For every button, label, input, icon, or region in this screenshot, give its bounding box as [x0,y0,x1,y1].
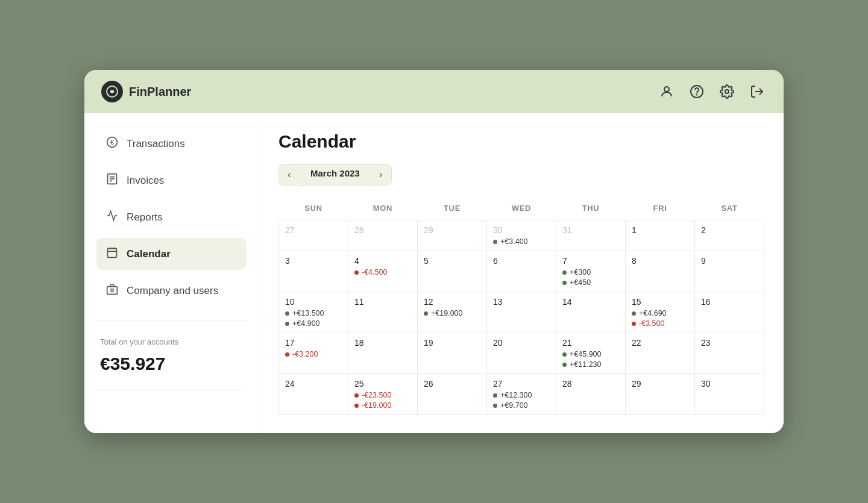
calendar-day-cell[interactable]: 19 [418,333,487,374]
day-number: 19 [424,338,480,348]
calendar-day-cell[interactable]: 25-€23.500-€19.000 [348,374,418,415]
day-number: 15 [632,297,688,307]
day-number: 29 [424,225,480,235]
calendar-entry: +€300 [562,268,619,276]
calendar-day-cell[interactable]: 26 [418,374,487,415]
logo-icon [101,81,123,102]
logout-icon[interactable] [747,82,767,101]
red-dot-icon [354,270,359,275]
calendar-entry: +€4.690 [632,309,688,317]
calendar-day-cell[interactable]: 5 [418,251,487,292]
entry-amount: -€3.200 [292,350,318,358]
calendar-day-cell[interactable]: 30 [695,374,764,415]
calendar-day-cell[interactable]: 6 [487,251,556,292]
calendar-week-row: 17-€3.20018192021+€45.900+€11.2302223 [279,333,764,374]
day-number: 11 [354,297,411,307]
day-number: 29 [632,379,688,389]
transactions-icon: € [106,136,118,151]
calendar-day-cell[interactable]: 3 [279,251,348,292]
calendar-day-cell[interactable]: 4-€4.500 [348,251,418,292]
entry-amount: +€13.500 [292,309,324,317]
account-total-label: Total on your accounts [96,337,247,346]
sidebar-item-invoices[interactable]: Invoices [96,164,247,196]
day-number: 25 [354,379,411,389]
calendar-day-cell[interactable]: 10+€13.500+€4.900 [279,292,348,333]
calendar-day-cell[interactable]: 31 [556,220,626,251]
settings-icon[interactable] [717,82,737,101]
green-dot-icon [285,322,289,326]
calendar-day-cell[interactable]: 20 [487,333,556,374]
svg-point-1 [664,87,669,92]
calendar-day-cell[interactable]: 2 [695,220,764,251]
entry-amount: +€450 [570,278,591,287]
entry-amount: -€3.500 [639,319,664,328]
header-icons [657,82,767,101]
calendar-entry: -€4.500 [354,268,411,276]
calendar-week-row: 27282930+€3.4003112 [279,220,764,251]
help-icon[interactable] [687,82,706,101]
calendar-day-cell[interactable]: 22 [626,333,695,374]
svg-text:€: € [110,138,115,146]
calendar-entry: +€9.700 [493,401,550,410]
calendar-day-cell[interactable]: 8 [626,251,695,292]
calendar-entry: +€13.500 [285,309,342,317]
calendar-day-cell[interactable]: 15+€4.690-€3.500 [626,292,695,333]
entry-amount: -€23.500 [362,391,391,399]
calendar-day-cell[interactable]: 28 [348,220,418,251]
calendar-day-cell[interactable]: 30+€3.400 [487,220,556,251]
entry-amount: +€4.900 [292,319,320,328]
account-total-value: €35.927 [96,351,247,376]
day-number: 12 [424,297,480,307]
calendar-day-cell[interactable]: 13 [487,292,556,333]
sidebar-divider-2 [96,390,247,390]
calendar-day-cell[interactable]: 14 [556,292,626,333]
svg-point-3 [697,95,697,95]
sidebar-item-reports[interactable]: Reports [96,201,247,233]
calendar-day-cell[interactable]: 29 [418,220,487,251]
calendar-day-cell[interactable]: 17-€3.200 [279,333,348,374]
green-dot-icon [493,240,497,244]
entry-amount: +€4.690 [639,309,667,317]
calendar-day-cell[interactable]: 7+€300+€450 [556,251,626,292]
day-number: 6 [493,256,550,266]
calendar-day-cell[interactable]: 29 [626,374,695,415]
sidebar-item-transactions[interactable]: € Transactions [96,128,247,160]
entry-amount: -€4.500 [362,268,387,276]
entry-amount: +€19.000 [431,309,462,317]
svg-point-4 [725,90,729,93]
company-label: Company and users [127,285,218,297]
calendar-day-cell[interactable]: 16 [695,292,764,333]
calendar-entry: +€450 [562,278,619,287]
calendar-day-cell[interactable]: 12+€19.000 [418,292,487,333]
month-nav-container: ‹ March 2023 › [278,164,392,186]
calendar-day-cell[interactable]: 24 [279,374,348,415]
profile-icon[interactable] [657,82,676,101]
main-layout: € Transactions Invoices [84,113,784,433]
day-number: 5 [424,256,480,266]
next-month-button[interactable]: › [371,164,391,185]
entry-amount: -€19.000 [362,401,391,410]
prev-month-button[interactable]: ‹ [279,164,300,185]
calendar-week-row: 10+€13.500+€4.9001112+€19.000131415+€4.6… [279,292,764,333]
invoices-label: Invoices [127,175,164,187]
calendar-week-row: 2425-€23.500-€19.0002627+€12.300+€9.7002… [279,374,764,415]
calendar-day-cell[interactable]: 23 [695,333,764,374]
calendar-day-cell[interactable]: 28 [556,374,626,415]
calendar-day-cell[interactable]: 27+€12.300+€9.700 [487,374,556,415]
calendar-entry: -€23.500 [354,391,411,399]
day-number: 22 [632,338,688,348]
sidebar-item-calendar[interactable]: Calendar [96,238,247,270]
calendar-icon [106,246,118,261]
calendar-day-cell[interactable]: 18 [348,333,418,374]
calendar-entry: -€3.200 [285,350,342,358]
sidebar-item-company[interactable]: Company and users [96,275,247,307]
reports-icon [106,210,118,225]
calendar-day-cell[interactable]: 9 [695,251,764,292]
calendar-entry: +€4.900 [285,319,342,328]
calendar-day-cell[interactable]: 1 [626,220,695,251]
calendar-day-cell[interactable]: 27 [279,220,348,251]
calendar-day-cell[interactable]: 21+€45.900+€11.230 [556,333,626,374]
transactions-label: Transactions [127,138,185,150]
green-dot-icon [562,281,567,285]
calendar-day-cell[interactable]: 11 [348,292,418,333]
